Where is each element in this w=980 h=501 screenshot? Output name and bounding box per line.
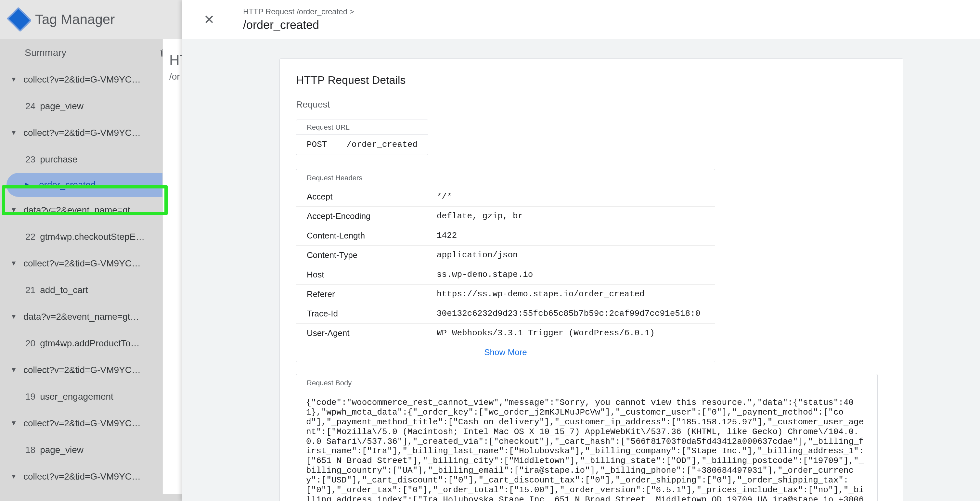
header-key: Accept-Encoding bbox=[296, 207, 426, 226]
request-card: HTTP Request Details Request Request URL… bbox=[280, 59, 903, 501]
request-url-label: Request URL bbox=[296, 120, 428, 135]
event-label: user_engagement bbox=[40, 391, 113, 402]
header-value: ss.wp-demo.stape.io bbox=[426, 265, 715, 284]
header-value: https://ss.wp-demo.stape.io/order_create… bbox=[426, 285, 715, 304]
panel-body: HTTP Request Details Request Request URL… bbox=[182, 39, 980, 501]
header-key: Accept bbox=[296, 187, 426, 206]
header-row: Accept*/* bbox=[296, 187, 715, 207]
sidebar-item[interactable]: 18page_view bbox=[0, 437, 182, 463]
header-row: Content-Length1422 bbox=[296, 226, 715, 246]
sidebar-group-label: collect?v=2&tid=G-VM9YC… bbox=[23, 258, 141, 269]
chevron-down-icon: ▶ bbox=[10, 312, 19, 321]
event-label: add_to_cart bbox=[40, 285, 88, 295]
event-number: 18 bbox=[25, 445, 35, 455]
summary-row[interactable]: Summary bbox=[0, 39, 182, 66]
sidebar-item[interactable]: 21add_to_cart bbox=[0, 277, 182, 304]
event-number: 20 bbox=[25, 338, 35, 348]
sidebar-group[interactable]: ▶collect?v=2&tid=G-VM9YC… bbox=[0, 410, 182, 437]
header-value: */* bbox=[426, 187, 715, 206]
request-headers-box: Request Headers Accept*/*Accept-Encoding… bbox=[296, 169, 715, 362]
app-title: Tag Manager bbox=[35, 12, 115, 27]
card-title: HTTP Request Details bbox=[296, 74, 887, 86]
show-more-link[interactable]: Show More bbox=[296, 343, 715, 362]
panel-header: ✕ HTTP Request /order_created > /order_c… bbox=[182, 0, 980, 39]
header-row: Hostss.wp-demo.stape.io bbox=[296, 265, 715, 285]
header-value: 1422 bbox=[426, 226, 715, 245]
sidebar: Tag Manager Summary ▶collect?v=2&tid=G-V… bbox=[0, 0, 182, 501]
highlight-ring bbox=[2, 185, 168, 215]
event-number: 19 bbox=[25, 391, 35, 402]
sidebar-item[interactable]: 22gtm4wp.checkoutStepE… bbox=[0, 224, 182, 250]
header-key: User-Agent bbox=[296, 324, 426, 343]
sidebar-group-label: collect?v=2&tid=G-VM9YC… bbox=[23, 418, 141, 429]
event-label: purchase bbox=[40, 154, 77, 165]
sidebar-group[interactable]: ▶data?v=2&event_name=gt… bbox=[0, 304, 182, 330]
sidebar-group[interactable]: ▶collect?v=2&tid=G-VM9YC… bbox=[0, 66, 182, 93]
header-value: deflate, gzip, br bbox=[426, 207, 715, 226]
chevron-down-icon: ▶ bbox=[10, 75, 19, 84]
event-label: page_view bbox=[40, 445, 84, 455]
sidebar-group-label: collect?v=2&tid=G-VM9YC… bbox=[23, 471, 141, 482]
detail-panel: ✕ HTTP Request /order_created > /order_c… bbox=[182, 0, 980, 501]
request-body-box: Request Body {"code":"woocommerce_rest_c… bbox=[296, 374, 878, 501]
sidebar-group[interactable]: ▶collect?v=2&tid=G-VM9YC… bbox=[0, 250, 182, 277]
header-value: 30e132c6232d9d23:55fcb65c85b7b59c:2caf99… bbox=[426, 304, 715, 323]
request-path: /order_created bbox=[346, 140, 417, 150]
body-label: Request Body bbox=[296, 374, 877, 392]
headers-label: Request Headers bbox=[296, 169, 715, 187]
event-number: 23 bbox=[25, 154, 35, 165]
event-number: 21 bbox=[25, 285, 35, 295]
header-key: Content-Length bbox=[296, 226, 426, 245]
chevron-down-icon: ▶ bbox=[10, 128, 19, 137]
header-key: Host bbox=[296, 265, 426, 284]
chevron-down-icon: ▶ bbox=[10, 366, 19, 375]
app-header: Tag Manager bbox=[0, 0, 182, 39]
summary-label: Summary bbox=[25, 47, 66, 58]
event-number: 24 bbox=[25, 101, 35, 111]
sidebar-group[interactable]: ▶collect?v=2&tid=G-VM9YC… bbox=[0, 357, 182, 383]
sidebar-group-label: collect?v=2&tid=G-VM9YC… bbox=[23, 75, 141, 85]
sidebar-item[interactable]: 24page_view bbox=[0, 93, 182, 119]
event-number: 22 bbox=[25, 232, 35, 242]
sidebar-group-label: collect?v=2&tid=G-VM9YC… bbox=[23, 365, 141, 375]
chevron-down-icon: ▶ bbox=[10, 472, 19, 481]
sidebar-group[interactable]: ▶collect?v=2&tid=G-VM9YC… bbox=[0, 463, 182, 490]
request-url-box: Request URL POST /order_created bbox=[296, 119, 428, 155]
header-value: application/json bbox=[426, 246, 715, 265]
header-row: Refererhttps://ss.wp-demo.stape.io/order… bbox=[296, 285, 715, 304]
sidebar-group[interactable]: ▶collect?v=2&tid=G-VM9YC… bbox=[0, 119, 182, 146]
header-row: Trace-Id30e132c6232d9d23:55fcb65c85b7b59… bbox=[296, 304, 715, 324]
event-label: page_view bbox=[40, 101, 84, 111]
request-method: POST bbox=[307, 140, 327, 150]
header-row: Content-Typeapplication/json bbox=[296, 246, 715, 265]
header-row: User-AgentWP Webhooks/3.3.1 Trigger (Wor… bbox=[296, 324, 715, 343]
sidebar-group-label: data?v=2&event_name=gt… bbox=[23, 312, 139, 322]
close-icon[interactable]: ✕ bbox=[202, 12, 217, 27]
sidebar-item[interactable]: 23purchase bbox=[0, 146, 182, 173]
chevron-down-icon: ▶ bbox=[10, 419, 19, 428]
panel-title: /order_created bbox=[243, 18, 354, 32]
gtm-logo-icon bbox=[7, 7, 32, 32]
sidebar-group-label: collect?v=2&tid=G-VM9YC… bbox=[23, 128, 141, 138]
breadcrumb: HTTP Request /order_created > bbox=[243, 7, 354, 16]
request-body-content: {"code":"woocommerce_rest_cannot_view","… bbox=[296, 392, 877, 501]
header-key: Trace-Id bbox=[296, 304, 426, 323]
header-key: Content-Type bbox=[296, 246, 426, 265]
sidebar-item[interactable]: 19user_engagement bbox=[0, 383, 182, 410]
chevron-down-icon: ▶ bbox=[10, 259, 19, 268]
header-value: WP Webhooks/3.3.1 Trigger (WordPress/6.0… bbox=[426, 324, 715, 343]
request-subhead: Request bbox=[296, 99, 887, 110]
header-row: Accept-Encodingdeflate, gzip, br bbox=[296, 207, 715, 226]
header-key: Referer bbox=[296, 285, 426, 304]
sidebar-item[interactable]: 20gtm4wp.addProductTo… bbox=[0, 330, 182, 357]
event-label: gtm4wp.checkoutStepE… bbox=[40, 232, 145, 242]
event-label: gtm4wp.addProductTo… bbox=[40, 338, 140, 348]
